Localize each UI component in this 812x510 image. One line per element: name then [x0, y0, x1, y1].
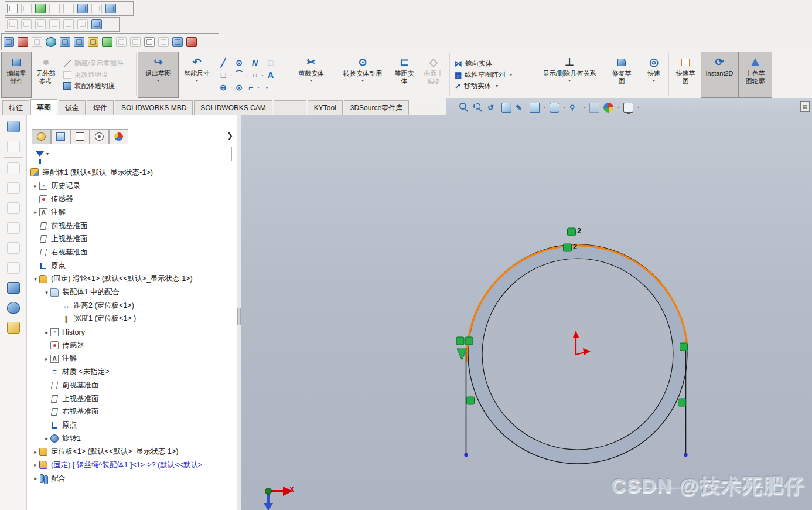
edit-component-button[interactable]: 编辑零 部件: [1, 52, 32, 98]
smart-dimension-dropdown-icon[interactable]: ▾: [196, 79, 198, 83]
tree-row-part-top-plane[interactable]: 上视基准面: [27, 392, 237, 406]
toolbar-icon[interactable]: [63, 19, 74, 29]
expander-icon[interactable]: ▾: [43, 290, 50, 295]
mate-icon[interactable]: [7, 141, 20, 152]
toolbar-icon[interactable]: [105, 4, 116, 13]
displaymanager-tab[interactable]: [109, 129, 128, 144]
toolbar-icon[interactable]: [60, 37, 70, 47]
quick-snaps-button[interactable]: ◎ 快速 ▾: [640, 52, 667, 98]
toolbar-icon[interactable]: [186, 37, 197, 47]
toolbar-icon[interactable]: [21, 4, 32, 13]
toolbar-icon[interactable]: [63, 4, 74, 13]
tree-row-pulley-part[interactable]: ▾ (固定) 滑轮<1> (默认<<默认>_显示状态 1>): [27, 273, 237, 286]
no-external-references-button[interactable]: 无外部 参考: [32, 52, 60, 98]
splitter-grip[interactable]: [237, 308, 241, 325]
expander-icon[interactable]: ▸: [32, 462, 39, 468]
expander-icon[interactable]: ▸: [32, 475, 39, 481]
toolbar-icon[interactable]: [158, 37, 169, 47]
display-delete-relations-button[interactable]: ⊥ 显示/删除几何关系 ▾: [533, 52, 606, 98]
tree-row-assembly-root[interactable]: 装配体1 (默认<默认_显示状态-1>): [27, 166, 237, 179]
toolbar-icon[interactable]: [77, 4, 88, 13]
section-view-icon[interactable]: [501, 103, 511, 113]
reference-geometry-icon[interactable]: [7, 262, 20, 274]
point-tool-icon[interactable]: ▪: [261, 84, 272, 90]
trim-entities-dropdown-icon[interactable]: ▾: [310, 79, 312, 83]
smart-dimension-button[interactable]: ↶ 智能尺寸 ▾: [179, 52, 215, 98]
exploded-view-icon[interactable]: [7, 322, 20, 334]
expander-icon[interactable]: ▸: [43, 329, 50, 335]
view-orientation-icon[interactable]: [530, 103, 540, 113]
tree-filter[interactable]: ▾: [32, 147, 232, 161]
expander-icon[interactable]: ▸: [32, 209, 39, 215]
toolbar-icon[interactable]: [35, 19, 46, 29]
slot-tool-icon[interactable]: ⊖: [217, 83, 229, 92]
toolbar-icon[interactable]: [32, 37, 42, 47]
tree-row-locating-plate-part[interactable]: ▸ 定位板<1> (默认<<默认>_显示状态 1>): [27, 445, 237, 458]
insert-components-icon[interactable]: [7, 121, 20, 132]
move-entities-button[interactable]: ↗ 移动实体 ▾: [455, 81, 530, 90]
tree-row-part-sensors[interactable]: 传感器: [27, 339, 237, 352]
toolbar-icon[interactable]: [4, 37, 14, 47]
rapid-sketch-button[interactable]: 快速草 图: [670, 52, 701, 98]
tree-row-history[interactable]: ▸ ◔ 历史记录: [27, 179, 237, 193]
exit-sketch-button[interactable]: ↪ 退出草图 ▾: [138, 52, 179, 98]
offset-entities-button[interactable]: ⊏ 等距实 体: [390, 52, 419, 98]
featuremanager-tab[interactable]: [32, 129, 51, 144]
circle-tool-icon[interactable]: ⊙: [233, 58, 245, 67]
perimeter-circle-tool-icon[interactable]: ⊙: [233, 83, 245, 92]
move-entities-dropdown-icon[interactable]: ▾: [496, 83, 498, 89]
tab-sketch[interactable]: 草图: [30, 99, 57, 115]
tree-row-sensors[interactable]: 传感器: [27, 192, 237, 206]
display-relations-dropdown-icon[interactable]: ▾: [568, 79, 571, 83]
spline-icon[interactable]: [7, 302, 20, 314]
sketch-text-tool-icon[interactable]: A: [265, 70, 277, 80]
apply-scene-icon[interactable]: [603, 103, 613, 113]
tab-weldments[interactable]: 焊件: [87, 100, 114, 115]
show-hidden-components-icon[interactable]: [7, 222, 20, 234]
toolbar-icon[interactable]: [88, 37, 98, 47]
zoom-to-area-icon[interactable]: [473, 103, 483, 113]
toolbar-icon[interactable]: [91, 19, 102, 29]
toolbar-icon[interactable]: [144, 37, 155, 47]
filter-dropdown-icon[interactable]: ▾: [46, 151, 49, 157]
tree-row-top-plane[interactable]: 上视基准面: [27, 232, 237, 246]
arc-tool-icon[interactable]: ⌒: [233, 70, 245, 80]
tree-row-part-history[interactable]: ▸ ◔ History: [27, 325, 237, 339]
configurationmanager-tab[interactable]: [70, 129, 90, 144]
tab-solidworks-cam[interactable]: SOLIDWORKS CAM: [194, 100, 272, 115]
tab-3dsource[interactable]: 3DSource零件库: [344, 100, 409, 115]
expander-icon[interactable]: ▸: [32, 449, 39, 455]
fillet-tool-icon[interactable]: ⌐: [245, 83, 257, 92]
tree-row-front-plane[interactable]: 前视基准面: [27, 219, 237, 233]
line-tool-icon[interactable]: ╱: [217, 58, 229, 67]
tree-row-part-front-plane[interactable]: 前视基准面: [27, 379, 237, 392]
tab-blank[interactable]: [274, 100, 306, 115]
convert-entities-button[interactable]: ⊙ 转换实体引用 ▾: [336, 52, 390, 98]
exit-sketch-dropdown-icon[interactable]: ▾: [157, 79, 159, 83]
smart-fasteners-icon[interactable]: [7, 182, 20, 194]
tree-row-part-right-plane[interactable]: 右视基准面: [27, 405, 237, 419]
tree-row-right-plane[interactable]: 右视基准面: [27, 246, 237, 259]
assembly-features-icon[interactable]: [7, 242, 20, 254]
trim-entities-button[interactable]: ✂ 剪裁实体 ▾: [286, 52, 336, 98]
convert-entities-dropdown-icon[interactable]: ▾: [361, 79, 364, 83]
ellipse-tool-icon[interactable]: ○: [249, 70, 261, 80]
tab-sheet-metal[interactable]: 钣金: [59, 100, 86, 115]
display-style-icon[interactable]: [550, 103, 559, 113]
tree-row-origin[interactable]: 原点: [27, 259, 237, 273]
shaded-sketch-contours-button[interactable]: 上色草 图轮廓: [738, 52, 772, 98]
sketch-geometry[interactable]: [241, 115, 812, 510]
assembly-transparency-button[interactable]: 装配体透明度: [63, 81, 131, 90]
toolbar-icon[interactable]: [91, 4, 102, 13]
view-settings-icon[interactable]: [623, 103, 633, 113]
tree-row-mates[interactable]: ▸ 配合: [27, 472, 237, 485]
propertymanager-tab[interactable]: [51, 129, 70, 144]
new-motion-study-icon[interactable]: [7, 282, 20, 294]
tab-features[interactable]: 特征: [2, 100, 29, 115]
linear-pattern-dropdown-icon[interactable]: ▾: [510, 72, 512, 77]
toolbar-icon[interactable]: [74, 37, 84, 47]
tree-row-mates-in-assembly[interactable]: ▾ 装配体1 中的配合: [27, 285, 237, 299]
tree-row-part-origin[interactable]: 原点: [27, 419, 237, 432]
toolbar-icon[interactable]: [21, 19, 32, 29]
tree-row-distance-mate[interactable]: ↔ 距离2 (定位板<1>): [27, 299, 237, 312]
